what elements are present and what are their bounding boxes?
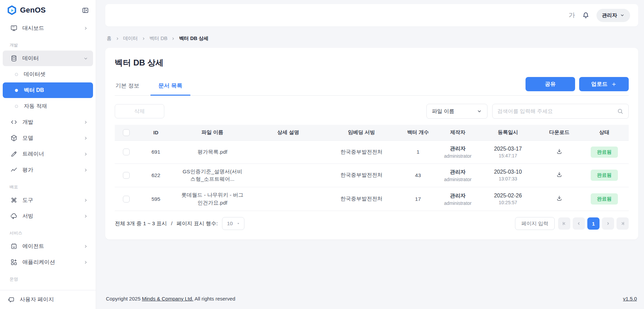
cell-registered-at: 2025-02-2610:25:57 [477,187,539,211]
database-icon [10,55,18,62]
select-all-checkbox[interactable] [123,129,130,136]
sidebar-item[interactable]: 모델 [3,130,93,146]
tab-document-list[interactable]: 문서 목록 [158,77,183,95]
chevron-right-icon [83,136,88,141]
sidebar-item-label: 데이터 [22,55,39,62]
table-row: 691평가목록.pdf한국중부발전전처1관리자administrator2025… [115,140,629,163]
head-actions: 공유 업로드 [526,77,629,91]
sidebar-item[interactable]: 애플리케이션 [3,254,93,270]
next-page-icon [605,221,611,226]
creator-username: administrator [441,177,475,182]
sidebar-item[interactable]: 데이터 [3,51,93,66]
version-link[interactable]: v1.5.0 [623,296,637,302]
sidebar-subitem[interactable]: 데이터셋 [3,66,93,82]
sidebar-item[interactable]: 개발 [3,114,93,130]
cell-download [539,187,580,211]
delete-button[interactable]: 삭제 [115,104,164,118]
column-header: 파일 이름 [174,125,251,140]
table-row: 595롯데월드 - 나무위키 - 버그인건가요.pdf한국중부발전전처17관리자… [115,187,629,211]
sidebar-item[interactable]: 에이전트 [3,238,93,254]
share-button[interactable]: 공유 [526,77,575,91]
caret-down-icon [236,221,241,226]
sidebar-item[interactable]: 서빙 [3,208,93,224]
registered-date: 2025-03-17 [480,146,536,152]
sidebar-collapse-icon[interactable] [82,7,89,14]
sidebar-header: GenOS [0,0,96,18]
search-input[interactable] [497,108,617,114]
download-icon [556,195,563,202]
pagination-separator: / [171,220,172,227]
sidebar-item-label: 에이전트 [22,243,44,250]
sidebar-subitem[interactable]: 자동 적재 [3,98,93,114]
sidebar-item-user-page[interactable]: 사용자 페이지 [0,290,96,309]
sidebar-subitem[interactable]: 벡터 DB [3,82,93,98]
cell-status: 완료됨 [580,140,629,163]
cell-embedding-serving: 한국중부발전전처 [326,140,398,163]
sidebar-item[interactable]: 대시보드 [3,20,93,36]
next-page-button[interactable] [602,217,614,230]
table-body: 691평가목록.pdf한국중부발전전처1관리자administrator2025… [115,140,629,211]
sidebar-item[interactable]: 평가 [3,162,93,178]
agent-icon [10,243,18,250]
main-area: 가 관리자 홈데이터벡터 DB벡터 DB 상세 벡터 DB 상세 [96,0,644,309]
chevron-right-icon [83,168,88,173]
company-link[interactable]: Minds & Company Ltd. [142,296,194,302]
copyright: Copyright 2025 Minds & Company Ltd. All … [106,296,235,302]
download-button[interactable] [556,171,563,178]
first-page-button[interactable] [558,217,570,230]
row-checkbox[interactable] [123,196,130,202]
logo[interactable]: GenOS [7,5,46,15]
sidebar-item-label: 개발 [22,119,33,126]
page-number-button[interactable]: 1 [587,217,600,230]
breadcrumb-item[interactable]: 벡터 DB [149,35,167,42]
user-page-icon [7,296,15,304]
registered-date: 2025-03-10 [480,169,536,175]
row-checkbox[interactable] [123,172,130,179]
rows-per-page-select[interactable]: 10 [222,217,244,230]
breadcrumb-item[interactable]: 데이터 [123,35,138,42]
prev-page-button[interactable] [573,217,585,230]
cell-status: 완료됨 [580,187,629,211]
tab-basic-info[interactable]: 기본 정보 [115,77,140,95]
cell-embedding-serving: 한국중부발전전처 [326,187,398,211]
download-button[interactable] [556,148,563,155]
documents-table: ID파일 이름상세 설명임베딩 서빙백터 개수제작자등록일시다운로드상태 691… [115,125,629,211]
font-size-button[interactable]: 가 [569,11,575,20]
cell-creator: 관리자administrator [439,163,477,187]
row-checkbox[interactable] [123,149,130,155]
filter-field-select[interactable]: 파일 이름 [426,104,487,119]
cell-id: 691 [138,140,174,163]
status-badge: 완료됨 [591,193,618,205]
creator-name: 관리자 [441,169,475,176]
chart-icon [10,166,18,174]
upload-button[interactable]: 업로드 [579,77,629,91]
column-header: 상태 [580,125,629,140]
copyright-suffix: All rights reserved [195,296,235,302]
sidebar-item-label: 트레이너 [22,151,44,158]
breadcrumb-item[interactable]: 홈 [107,35,112,42]
sidebar-item-label: 평가 [22,167,33,174]
last-page-button[interactable] [617,217,629,230]
page-input-button[interactable]: 페이지 입력 [515,217,555,230]
chevron-right-icon [171,37,175,41]
breadcrumb: 홈데이터벡터 DB벡터 DB 상세 [105,26,638,48]
user-menu[interactable]: 관리자 [596,9,630,22]
dashboard-icon [10,24,18,32]
search-icon [617,108,624,115]
sidebar-item-label: 도구 [22,197,33,204]
tools-icon [10,196,18,204]
cell-description [251,163,326,187]
registered-date: 2025-02-26 [480,193,536,199]
sidebar-item[interactable]: 도구 [3,192,93,208]
sidebar-section-label: 서비스 [0,224,96,238]
sidebar-subitem-label: 벡터 DB [24,87,44,94]
chevron-right-icon [83,214,88,219]
column-header: 임베딩 서빙 [326,125,398,140]
sidebar-item[interactable]: 트레이너 [3,146,93,162]
topbar: 가 관리자 [105,4,638,26]
content-card: 벡터 DB 상세 기본 정보문서 목록 공유 업로드 삭제 [105,48,638,239]
notifications-button[interactable] [582,12,590,19]
cell-description [251,140,326,163]
filter-row: 삭제 파일 이름 [115,104,629,119]
download-button[interactable] [556,195,563,202]
